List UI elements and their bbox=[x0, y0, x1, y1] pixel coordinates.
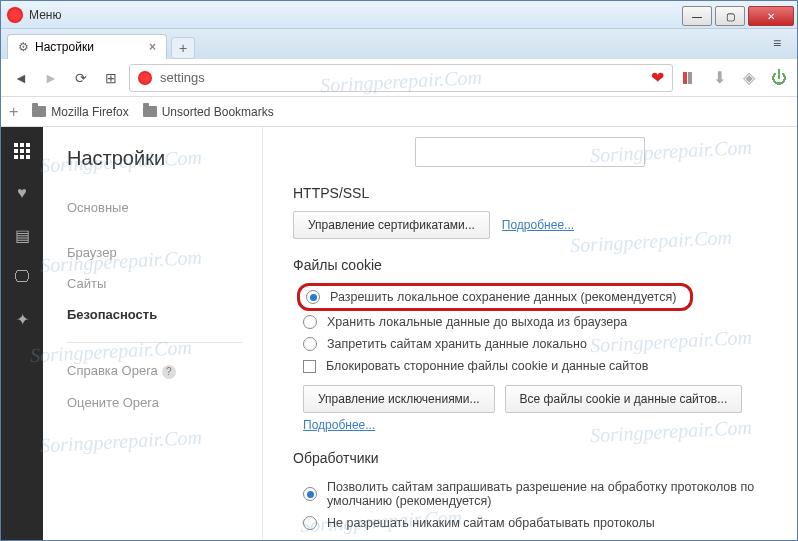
opera-url-icon bbox=[138, 71, 152, 85]
sidebar-item-security[interactable]: Безопасность bbox=[67, 299, 262, 330]
all-cookies-button[interactable]: Все файлы cookie и данные сайтов... bbox=[505, 385, 743, 413]
placeholder-button[interactable] bbox=[415, 137, 645, 167]
page-title: Настройки bbox=[67, 147, 262, 170]
highlight-annotation: Разрешить локальное сохранение данных (р… bbox=[297, 283, 693, 311]
radio-handlers-block[interactable] bbox=[303, 516, 317, 530]
opera-logo-icon bbox=[7, 7, 23, 23]
rail-bookmarks-icon[interactable]: ♥ bbox=[12, 183, 32, 203]
tab-settings[interactable]: ⚙ Настройки × bbox=[7, 34, 167, 59]
sidebar-item-help[interactable]: Справка Opera? bbox=[67, 355, 262, 387]
https-more-link[interactable]: Подробнее... bbox=[502, 218, 574, 232]
menu-label[interactable]: Меню bbox=[29, 8, 61, 22]
url-box[interactable]: ❤ bbox=[129, 64, 673, 92]
radio-label: Позволить сайтам запрашивать разрешение … bbox=[327, 480, 767, 508]
sidebar-item-sites[interactable]: Сайты bbox=[67, 268, 262, 299]
radio-handlers-allow[interactable] bbox=[303, 487, 317, 501]
titlebar: Меню — ▢ ✕ bbox=[1, 1, 797, 29]
minimize-button[interactable]: — bbox=[682, 6, 712, 26]
svg-rect-0 bbox=[683, 72, 687, 84]
radio-label: Хранить локальные данные до выхода из бр… bbox=[327, 315, 627, 329]
bookmark-folder-firefox[interactable]: Mozilla Firefox bbox=[32, 105, 128, 119]
url-input[interactable] bbox=[160, 70, 643, 85]
radio-label: Разрешить локальное сохранение данных (р… bbox=[330, 290, 676, 304]
radio-cookies-allow[interactable] bbox=[306, 290, 320, 304]
new-tab-button[interactable]: + bbox=[171, 37, 195, 59]
tab-close-icon[interactable]: × bbox=[149, 40, 156, 54]
address-bar: ◄ ► ⟳ ⊞ ❤ ⬇ ◈ ⏻ bbox=[1, 59, 797, 97]
rail-history-icon[interactable]: 🖵 bbox=[12, 267, 32, 287]
rail-extensions-icon[interactable]: ✦ bbox=[12, 309, 32, 329]
help-icon: ? bbox=[162, 365, 176, 379]
rail-speed-dial-icon[interactable] bbox=[12, 141, 32, 161]
icon-rail: ♥ ▤ 🖵 ✦ bbox=[1, 127, 43, 540]
maximize-button[interactable]: ▢ bbox=[715, 6, 745, 26]
sidebar-item-rate[interactable]: Оцените Opera bbox=[67, 387, 262, 418]
power-icon[interactable]: ⏻ bbox=[769, 68, 789, 88]
section-https-title: HTTPS/SSL bbox=[293, 185, 767, 201]
sidebar-item-browser[interactable]: Браузер bbox=[67, 237, 262, 268]
back-button[interactable]: ◄ bbox=[9, 66, 33, 90]
radio-cookies-session[interactable] bbox=[303, 315, 317, 329]
section-cookies-title: Файлы cookie bbox=[293, 257, 767, 273]
extension-icon-1[interactable] bbox=[679, 68, 699, 88]
close-button[interactable]: ✕ bbox=[748, 6, 794, 26]
settings-sidebar: Настройки Основные Браузер Сайты Безопас… bbox=[43, 127, 263, 540]
cookie-exceptions-button[interactable]: Управление исключениями... bbox=[303, 385, 495, 413]
gear-icon: ⚙ bbox=[18, 40, 29, 54]
radio-label: Не разрешать никаким сайтам обрабатывать… bbox=[327, 516, 655, 530]
radio-label: Запретить сайтам хранить данные локально bbox=[327, 337, 587, 351]
sidebar-item-basic[interactable]: Основные bbox=[67, 192, 262, 223]
tab-menu-icon[interactable]: ≡ bbox=[765, 31, 789, 55]
rail-news-icon[interactable]: ▤ bbox=[12, 225, 32, 245]
speed-dial-icon[interactable]: ⊞ bbox=[99, 66, 123, 90]
section-handlers-title: Обработчики bbox=[293, 450, 767, 466]
bookmark-label: Mozilla Firefox bbox=[51, 105, 128, 119]
checkbox-block-thirdparty[interactable] bbox=[303, 360, 316, 373]
bookmarks-bar: + Mozilla Firefox Unsorted Bookmarks bbox=[1, 97, 797, 127]
svg-rect-1 bbox=[688, 72, 692, 84]
tabstrip: ⚙ Настройки × + ≡ bbox=[1, 29, 797, 59]
folder-icon bbox=[143, 106, 157, 117]
folder-icon bbox=[32, 106, 46, 117]
radio-cookies-block[interactable] bbox=[303, 337, 317, 351]
shield-icon[interactable]: ◈ bbox=[739, 68, 759, 88]
forward-button[interactable]: ► bbox=[39, 66, 63, 90]
bookmark-label: Unsorted Bookmarks bbox=[162, 105, 274, 119]
settings-main: HTTPS/SSL Управление сертификатами... По… bbox=[263, 127, 797, 540]
cookies-more-link[interactable]: Подробнее... bbox=[303, 418, 375, 432]
add-bookmark-button[interactable]: + bbox=[9, 103, 18, 121]
tab-title: Настройки bbox=[35, 40, 94, 54]
bookmark-folder-unsorted[interactable]: Unsorted Bookmarks bbox=[143, 105, 274, 119]
manage-certificates-button[interactable]: Управление сертификатами... bbox=[293, 211, 490, 239]
download-icon[interactable]: ⬇ bbox=[709, 68, 729, 88]
reload-button[interactable]: ⟳ bbox=[69, 66, 93, 90]
checkbox-label: Блокировать сторонние файлы cookie и дан… bbox=[326, 359, 648, 373]
heart-icon[interactable]: ❤ bbox=[651, 68, 664, 87]
